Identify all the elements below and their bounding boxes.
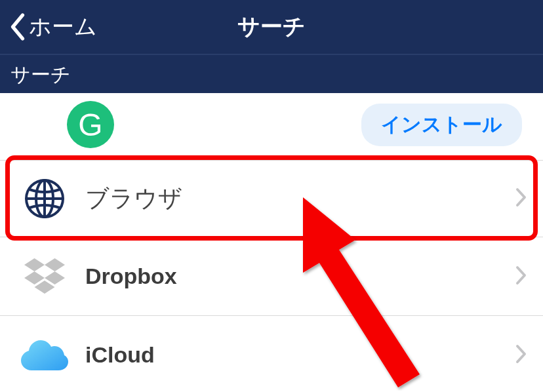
ad-row: G インストール <box>0 93 543 156</box>
list-item-label: iCloud <box>85 342 515 368</box>
svg-marker-7 <box>45 271 65 284</box>
back-label: ホーム <box>29 12 97 42</box>
page-title: サーチ <box>237 12 306 42</box>
svg-marker-6 <box>24 271 45 284</box>
back-button[interactable]: ホーム <box>0 12 97 42</box>
list-item-dropbox[interactable]: Dropbox <box>0 237 543 316</box>
chevron-right-icon <box>515 344 527 366</box>
list-item-label: Dropbox <box>85 264 515 289</box>
list-item-label: ブラウザ <box>85 183 515 215</box>
list-item-icloud[interactable]: iCloud <box>0 316 543 392</box>
list-item-browser[interactable]: ブラウザ <box>0 160 543 237</box>
install-button[interactable]: インストール <box>361 104 522 146</box>
svg-marker-5 <box>45 258 65 271</box>
dropbox-icon <box>21 258 68 295</box>
nav-bar: ホーム サーチ <box>0 0 543 54</box>
ad-icon-letter: G <box>78 107 102 143</box>
chevron-left-icon <box>9 13 26 41</box>
section-label: サーチ <box>10 64 71 85</box>
install-label: インストール <box>381 113 502 135</box>
grammarly-icon[interactable]: G <box>67 101 114 148</box>
source-list: ブラウザ Dropbox <box>0 160 543 392</box>
chevron-right-icon <box>515 265 527 288</box>
svg-marker-8 <box>35 281 55 294</box>
svg-marker-4 <box>24 258 45 271</box>
icloud-icon <box>21 339 68 372</box>
chevron-right-icon <box>515 187 527 210</box>
section-header: サーチ <box>0 54 543 93</box>
globe-icon <box>21 178 68 220</box>
